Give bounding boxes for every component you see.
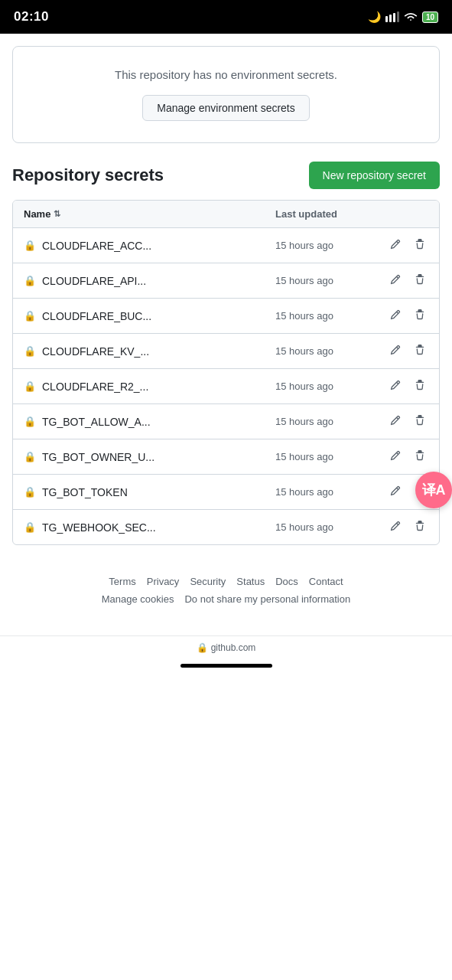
row-updated-2: 15 hours ago	[275, 310, 375, 322]
row-name-3: 🔒 CLOUDFLARE_KV_...	[24, 345, 275, 358]
delete-button-4[interactable]	[411, 378, 428, 394]
battery-badge: 10	[422, 11, 438, 23]
row-updated-1: 15 hours ago	[275, 275, 375, 286]
footer-links: Terms Privacy Security Status Docs Conta…	[15, 576, 437, 587]
secret-name-8: TG_WEBHOOK_SEC...	[42, 521, 156, 534]
table-row: 🔒 TG_BOT_OWNER_U... 15 hours ago	[13, 439, 439, 475]
row-name-6: 🔒 TG_BOT_OWNER_U...	[24, 451, 275, 463]
lock-icon: 🔒	[197, 642, 208, 653]
env-no-secrets-text: This repository has no environment secre…	[28, 68, 424, 81]
table-row: 🔒 CLOUDFLARE_R2_... 15 hours ago	[13, 369, 439, 404]
table-row: 🔒 TG_BOT_ALLOW_A... 15 hours ago	[13, 404, 439, 439]
row-actions-5	[375, 413, 428, 430]
edit-button-0[interactable]	[387, 237, 404, 253]
edit-button-7[interactable]	[387, 484, 404, 500]
manage-environment-secrets-button[interactable]: Manage environment secrets	[142, 95, 310, 121]
row-actions-8	[375, 519, 428, 535]
translate-icon: 译A	[422, 481, 446, 499]
lock-icon-3: 🔒	[24, 345, 36, 357]
row-actions-3	[375, 343, 428, 359]
delete-button-5[interactable]	[411, 413, 428, 430]
translate-fab[interactable]: 译A	[415, 472, 452, 508]
row-updated-4: 15 hours ago	[275, 381, 375, 392]
delete-button-3[interactable]	[411, 343, 428, 359]
secret-name-1: CLOUDFLARE_API...	[42, 275, 146, 287]
delete-button-0[interactable]	[411, 237, 428, 253]
row-name-7: 🔒 TG_BOT_TOKEN	[24, 486, 275, 498]
new-repository-secret-button[interactable]: New repository secret	[309, 162, 440, 189]
row-actions-4	[375, 378, 428, 394]
moon-icon: 🌙	[368, 11, 381, 23]
lock-icon-7: 🔒	[24, 486, 36, 498]
footer-links-2: Manage cookies Do not share my personal …	[15, 593, 437, 605]
footer-do-not-share[interactable]: Do not share my personal information	[184, 593, 350, 605]
lock-icon-6: 🔒	[24, 451, 36, 462]
table-row: 🔒 TG_BOT_TOKEN 15 hours ago	[13, 475, 439, 510]
table-row: 🔒 TG_WEBHOOK_SEC... 15 hours ago	[13, 510, 439, 544]
repository-secrets-section: Repository secrets New repository secret…	[0, 162, 452, 545]
secrets-title: Repository secrets	[12, 165, 164, 185]
secrets-header: Repository secrets New repository secret	[12, 162, 440, 189]
wifi-icon	[404, 11, 418, 22]
footer-contact[interactable]: Contact	[309, 576, 343, 587]
secret-name-2: CLOUDFLARE_BUC...	[42, 310, 151, 322]
footer-security[interactable]: Security	[190, 576, 226, 587]
table-body: 🔒 CLOUDFLARE_ACC... 15 hours ago 🔒	[13, 228, 439, 544]
status-icons: 🌙 10	[368, 11, 438, 23]
delete-button-1[interactable]	[411, 273, 428, 289]
lock-icon-4: 🔒	[24, 381, 36, 392]
row-updated-7: 15 hours ago	[275, 486, 375, 498]
edit-button-8[interactable]	[387, 519, 404, 535]
browser-url[interactable]: github.com	[211, 642, 256, 653]
environment-secrets-card: This repository has no environment secre…	[12, 46, 440, 143]
svg-rect-3	[397, 11, 399, 22]
svg-rect-0	[385, 16, 388, 22]
footer-docs[interactable]: Docs	[275, 576, 298, 587]
table-header: Name ⇅ Last updated	[13, 201, 439, 228]
sort-icon[interactable]: ⇅	[54, 209, 60, 219]
lock-icon-0: 🔒	[24, 240, 36, 251]
signal-icon	[385, 11, 399, 22]
status-bar: 02:10 🌙 10	[0, 0, 452, 34]
row-updated-8: 15 hours ago	[275, 521, 375, 533]
secret-name-6: TG_BOT_OWNER_U...	[42, 451, 154, 463]
edit-button-5[interactable]	[387, 413, 404, 430]
row-actions-1	[375, 273, 428, 289]
table-row: 🔒 CLOUDFLARE_BUC... 15 hours ago	[13, 299, 439, 334]
footer-privacy[interactable]: Privacy	[147, 576, 180, 587]
secret-name-7: TG_BOT_TOKEN	[42, 486, 128, 498]
name-header-label: Name	[24, 208, 50, 220]
row-name-0: 🔒 CLOUDFLARE_ACC...	[24, 240, 275, 252]
lock-icon-5: 🔒	[24, 416, 36, 427]
bottom-bar: 🔒 github.com	[0, 635, 452, 656]
row-name-2: 🔒 CLOUDFLARE_BUC...	[24, 310, 275, 322]
edit-button-1[interactable]	[387, 273, 404, 289]
lock-icon-8: 🔒	[24, 521, 36, 533]
footer-terms[interactable]: Terms	[109, 576, 135, 587]
row-name-1: 🔒 CLOUDFLARE_API...	[24, 275, 275, 287]
row-name-8: 🔒 TG_WEBHOOK_SEC...	[24, 521, 275, 534]
edit-button-3[interactable]	[387, 343, 404, 359]
delete-button-6[interactable]	[411, 449, 428, 465]
secrets-table: Name ⇅ Last updated 🔒 CLOUDFLARE_ACC... …	[12, 200, 440, 545]
col-updated-header: Last updated	[275, 208, 375, 220]
footer-status[interactable]: Status	[236, 576, 265, 587]
main-content: This repository has no environment secre…	[0, 46, 452, 635]
home-indicator	[180, 664, 272, 668]
edit-button-4[interactable]	[387, 378, 404, 394]
edit-button-6[interactable]	[387, 449, 404, 465]
row-updated-0: 15 hours ago	[275, 240, 375, 251]
row-name-5: 🔒 TG_BOT_ALLOW_A...	[24, 416, 275, 428]
status-time: 02:10	[14, 9, 49, 24]
secret-name-0: CLOUDFLARE_ACC...	[42, 240, 151, 252]
lock-icon-1: 🔒	[24, 275, 36, 286]
row-name-4: 🔒 CLOUDFLARE_R2_...	[24, 381, 275, 393]
delete-button-2[interactable]	[411, 308, 428, 324]
row-updated-3: 15 hours ago	[275, 345, 375, 357]
row-updated-6: 15 hours ago	[275, 451, 375, 462]
footer-manage-cookies[interactable]: Manage cookies	[102, 593, 174, 605]
delete-button-8[interactable]	[411, 519, 428, 535]
table-row: 🔒 CLOUDFLARE_API... 15 hours ago	[13, 263, 439, 299]
table-row: 🔒 CLOUDFLARE_KV_... 15 hours ago	[13, 334, 439, 369]
edit-button-2[interactable]	[387, 308, 404, 324]
